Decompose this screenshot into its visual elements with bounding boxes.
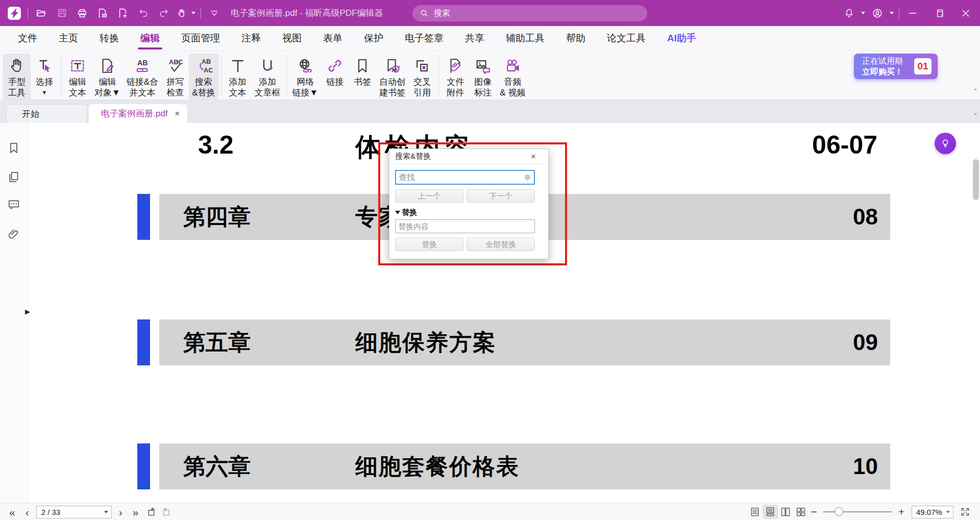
menu-share[interactable]: 共享 <box>454 26 495 51</box>
auto-bookmark-button[interactable]: A 自动创 建书签 <box>376 54 408 100</box>
find-next-button[interactable]: 下一个 <box>467 189 535 203</box>
menu-esign[interactable]: 电子签章 <box>394 26 454 51</box>
statusbar: « ‹ 2 / 33 › » − + 4 <box>0 503 980 520</box>
tab-start[interactable]: 开始 <box>6 104 87 123</box>
menu-home[interactable]: 主页 <box>48 26 89 51</box>
menu-accessibility[interactable]: 辅助工具 <box>495 26 555 51</box>
bookmark-button[interactable]: 书签 <box>349 54 376 89</box>
menu-view[interactable]: 视图 <box>272 26 312 51</box>
link-join-text-button[interactable]: AB 链接&合 并文本 <box>124 54 161 100</box>
zoom-slider-thumb[interactable] <box>835 507 843 516</box>
global-search-input[interactable]: 搜索 <box>412 5 647 21</box>
next-view-icon[interactable] <box>159 505 174 519</box>
web-link-button[interactable]: 网络 链接▼ <box>289 54 322 100</box>
menu-paper-tools[interactable]: 论文工具 <box>596 26 656 51</box>
find-previous-button[interactable]: 上一个 <box>395 189 463 203</box>
replace-input[interactable] <box>395 219 535 233</box>
dialog-header[interactable]: 搜索&替换 × <box>389 149 548 164</box>
bookmark-icon <box>354 55 371 77</box>
create-pdf-icon[interactable] <box>113 4 133 22</box>
vertical-scrollbar-thumb[interactable] <box>973 159 979 200</box>
notifications-dropdown-icon[interactable] <box>861 12 865 14</box>
add-article-box-button[interactable]: 添加 文章框 <box>252 54 284 100</box>
svg-text:AB: AB <box>202 58 211 65</box>
menu-page-management[interactable]: 页面管理 <box>170 26 231 51</box>
minimize-button[interactable] <box>902 4 923 22</box>
menu-ai-assistant[interactable]: AI助手 <box>656 26 707 51</box>
hand-tool-icon[interactable] <box>174 4 189 22</box>
pages-panel-icon[interactable] <box>7 170 21 185</box>
undo-icon[interactable] <box>133 4 154 22</box>
close-window-button[interactable] <box>955 4 976 22</box>
zoom-dropdown-icon[interactable] <box>946 511 950 513</box>
first-page-icon[interactable]: « <box>4 507 20 517</box>
account-avatar-icon[interactable] <box>867 4 888 22</box>
replace-all-button[interactable]: 全部替换 <box>467 238 535 251</box>
add-text-button[interactable]: 添加 文本 <box>224 54 252 100</box>
smart-tip-lightbulb-button[interactable] <box>935 133 956 154</box>
ribbon-divider <box>221 56 222 95</box>
single-page-view-icon[interactable] <box>747 505 763 519</box>
chapter-bar: 第六章 细胞套餐价格表 10 <box>159 443 890 489</box>
hand-tool-button[interactable]: 手型 工具 <box>3 54 31 100</box>
fullscreen-icon[interactable] <box>958 505 973 519</box>
redo-icon[interactable] <box>154 4 174 22</box>
tab-active-document[interactable]: 电子案例画册.pdf × <box>89 104 187 123</box>
sidebar-expand-handle[interactable]: ▶ <box>25 308 30 315</box>
restore-window-button[interactable] <box>929 4 949 22</box>
select-tool-button[interactable]: 选择 ▼ <box>31 54 58 100</box>
hand-tool-dropdown-icon[interactable] <box>191 12 195 14</box>
page-number-input[interactable]: 2 / 33 <box>36 506 112 518</box>
menu-form[interactable]: 表单 <box>312 26 353 51</box>
facing-continuous-view-icon[interactable] <box>793 505 808 519</box>
zoom-out-icon[interactable]: − <box>808 506 819 518</box>
menu-protect[interactable]: 保护 <box>353 26 394 51</box>
scroll-up-chevron-icon[interactable]: ⌄ <box>971 109 979 116</box>
menubar: 文件 主页 转换 编辑 页面管理 注释 视图 表单 保护 电子签章 共享 辅助工… <box>0 26 980 51</box>
bookmarks-panel-icon[interactable] <box>7 141 21 156</box>
quick-access-icon[interactable] <box>204 4 225 22</box>
find-input[interactable] <box>395 170 535 185</box>
replace-section-toggle[interactable]: 替换 <box>395 208 535 216</box>
print-icon[interactable] <box>72 4 92 22</box>
zoom-slider[interactable] <box>823 511 892 512</box>
link-button[interactable]: 链接 <box>321 54 349 89</box>
zoom-level-input[interactable]: 49.07% <box>912 506 953 518</box>
save-icon[interactable] <box>52 4 72 22</box>
menu-convert[interactable]: 转换 <box>89 26 130 51</box>
menu-edit[interactable]: 编辑 <box>130 26 170 51</box>
article-box-icon <box>259 55 276 77</box>
file-attachment-button[interactable]: 文件 附件 <box>442 54 469 100</box>
next-page-icon[interactable]: › <box>114 507 128 517</box>
svg-text:A: A <box>394 67 398 72</box>
previous-page-icon[interactable]: ‹ <box>20 507 34 517</box>
image-annotation-button[interactable]: 图像 标注 <box>469 54 497 100</box>
account-dropdown-icon[interactable] <box>890 12 894 14</box>
previous-view-icon[interactable] <box>143 505 159 519</box>
edit-text-button[interactable]: 编辑 文本 <box>64 54 91 100</box>
menu-help[interactable]: 帮助 <box>555 26 596 51</box>
chapter-row: 第五章 细胞保养方案 09 <box>0 319 980 365</box>
zoom-in-icon[interactable]: + <box>896 506 906 518</box>
add-text-icon <box>229 55 247 77</box>
search-replace-button[interactable]: ABAC 搜索 &替换 <box>189 54 218 100</box>
open-file-icon[interactable] <box>31 4 52 22</box>
continuous-view-icon[interactable] <box>763 505 778 519</box>
audio-video-button[interactable]: 音频 & 视频 <box>497 54 528 100</box>
facing-view-icon[interactable] <box>778 505 793 519</box>
collapse-ribbon-chevron-icon[interactable]: ⌃ <box>971 88 979 95</box>
replace-button[interactable]: 替换 <box>395 238 463 251</box>
notifications-bell-icon[interactable] <box>839 4 859 22</box>
edit-object-button[interactable]: 编辑 对象▼ <box>91 54 124 100</box>
trial-purchase-badge[interactable]: 正在试用期 立即购买！ 01 <box>854 54 938 79</box>
page-dropdown-icon[interactable] <box>104 511 108 513</box>
tab-close-icon[interactable]: × <box>175 109 180 119</box>
search-options-gear-icon[interactable] <box>523 172 532 184</box>
export-pdf-icon[interactable] <box>92 4 113 22</box>
menu-file[interactable]: 文件 <box>7 26 48 51</box>
cross-reference-button[interactable]: 交叉 引用 <box>408 54 436 100</box>
last-page-icon[interactable]: » <box>128 507 144 517</box>
menu-comment[interactable]: 注释 <box>231 26 272 51</box>
spell-check-button[interactable]: ABC 拼写 检查 <box>161 54 189 100</box>
dialog-close-icon[interactable]: × <box>531 152 536 162</box>
